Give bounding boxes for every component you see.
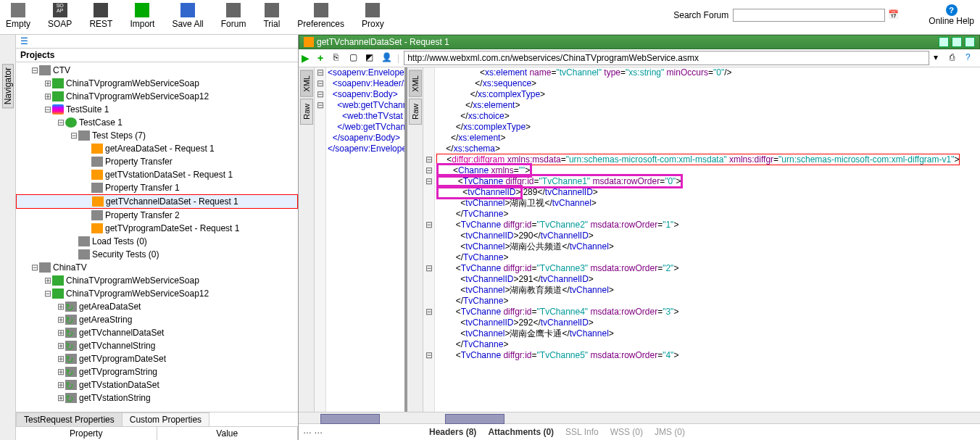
expand-icon[interactable]: ⊟	[30, 64, 39, 77]
tab-jms[interactable]: JMS (0)	[655, 427, 685, 437]
sheet-icon	[11, 3, 25, 17]
tree-item[interactable]: ⊞getTVchannelDataSet	[16, 326, 298, 339]
tool-button-3[interactable]: ◩	[365, 52, 377, 64]
tree-item[interactable]: ⊟TestSuite 1	[16, 103, 298, 116]
response-raw-tab[interactable]: Raw	[409, 99, 422, 125]
folder-icon	[39, 65, 51, 75]
expand-icon[interactable]: ⊟	[43, 287, 52, 300]
tree-item[interactable]: ⊞getTVstationString	[16, 391, 298, 404]
expand-icon[interactable]: ⊞	[43, 90, 52, 103]
tree-item-label: CTV	[53, 64, 70, 77]
rest-icon	[94, 3, 108, 17]
search-forum-area: Search Forum 📅	[673, 9, 900, 22]
run-button[interactable]: ▶	[302, 52, 313, 64]
tree-item[interactable]: ⊞getAreaString	[16, 313, 298, 326]
tree-item[interactable]: ⊞ChinaTVprogramWebServiceSoap	[16, 77, 298, 90]
search-input[interactable]	[733, 9, 885, 22]
help-button[interactable]: ?	[966, 52, 977, 64]
tree-item[interactable]: getTVchannelDataSet - Request 1	[16, 194, 298, 209]
tree-item[interactable]: getAreaDataSet - Request 1	[16, 142, 298, 155]
expand-icon[interactable]: ⊞	[43, 274, 52, 287]
window-maximize-button[interactable]	[952, 37, 962, 47]
request-hscrollbar[interactable]	[299, 412, 423, 423]
expand-icon[interactable]: ⊞	[57, 326, 65, 339]
tool-button-4[interactable]: 👤	[381, 52, 393, 64]
endpoint-dropdown[interactable]: ▾	[934, 52, 945, 64]
tree-item[interactable]: ⊟ChinaTV	[16, 261, 298, 274]
tree-item[interactable]: ⊞getTVstationDataSet	[16, 378, 298, 391]
forum-button[interactable]: Forum	[221, 3, 246, 29]
expand-icon[interactable]: ⊞	[57, 339, 65, 352]
expand-icon[interactable]: ⊞	[57, 313, 65, 326]
trial-button[interactable]: Trial	[263, 3, 280, 29]
tree-item[interactable]: Property Transfer	[16, 155, 298, 168]
tab-ssl-info[interactable]: SSL Info	[565, 427, 599, 437]
tool-button-2[interactable]: ▢	[349, 52, 361, 64]
tab-headers[interactable]: Headers (8)	[429, 427, 476, 437]
expand-icon[interactable]: ⊞	[57, 378, 65, 391]
tree-item[interactable]: Property Transfer 1	[16, 181, 298, 194]
tree-item-label: getAreaDataSet	[79, 300, 141, 313]
tab-attachments[interactable]: Attachments (0)	[488, 427, 554, 437]
tree-item[interactable]: ⊟CTV	[16, 64, 298, 77]
import-button[interactable]: Import	[130, 3, 154, 29]
tool-button-5[interactable]: ⎙	[950, 52, 961, 64]
expand-icon[interactable]: ⊟	[30, 261, 39, 274]
preferences-button[interactable]: Preferences	[297, 3, 344, 29]
empty-button[interactable]: Empty	[6, 3, 30, 29]
expand-icon[interactable]: ⊞	[43, 77, 52, 90]
save-all-button[interactable]: Save All	[172, 3, 203, 29]
endpoint-input[interactable]	[404, 51, 929, 65]
tree-item[interactable]: ⊞getTVprogramDateSet	[16, 352, 298, 365]
tree-item[interactable]: ⊞ChinaTVprogramWebServiceSoap	[16, 274, 298, 287]
tree-item[interactable]: ⊞getAreaDataSet	[16, 300, 298, 313]
tree-item-label: TestCase 1	[79, 116, 122, 129]
navigator-tab[interactable]: Navigator	[2, 64, 14, 108]
request-fold-gutter[interactable]: ⊟⊟⊟⊟	[315, 67, 326, 412]
request-xml-editor[interactable]: <soapenv:Envelope x <soapenv:Header/> <s…	[326, 67, 404, 412]
save-icon	[180, 3, 195, 17]
online-help-button[interactable]: ? Online Help	[929, 4, 974, 26]
rest-button[interactable]: REST	[89, 3, 112, 29]
expand-icon[interactable]: ⊟	[43, 103, 52, 116]
op-icon	[65, 380, 77, 390]
expand-icon[interactable]: ⊟	[70, 129, 78, 142]
tree-item[interactable]: getTVstationDataSet - Request 1	[16, 168, 298, 181]
tree-item[interactable]: Load Tests (0)	[16, 235, 298, 248]
tree-item[interactable]: ⊞getTVchannelString	[16, 339, 298, 352]
tool-button-1[interactable]: ⎘	[333, 52, 345, 64]
expand-icon[interactable]: ⊞	[57, 365, 65, 378]
expand-icon[interactable]: ⊞	[57, 391, 65, 404]
response-hscrollbar[interactable]	[423, 412, 980, 423]
add-button[interactable]: +	[317, 52, 329, 64]
expand-icon[interactable]: ⊞	[57, 300, 65, 313]
proxy-button[interactable]: Proxy	[362, 3, 384, 29]
calendar-icon[interactable]: 📅	[888, 9, 900, 21]
tree-options-icon[interactable]: ☰	[20, 36, 28, 46]
window-close-button[interactable]	[965, 37, 975, 47]
request-raw-tab[interactable]: Raw	[300, 99, 313, 125]
iface-icon	[52, 275, 64, 286]
tab-wss[interactable]: WSS (0)	[610, 427, 643, 437]
window-minimize-button[interactable]	[939, 37, 949, 47]
expand-icon[interactable]: ⊞	[57, 352, 65, 365]
soap-button[interactable]: SOAPSOAP	[48, 3, 72, 29]
tree-item[interactable]: ⊟ChinaTVprogramWebServiceSoap12	[16, 287, 298, 300]
tree-item[interactable]: getTVprogramDateSet - Request 1	[16, 222, 298, 235]
empty-label: Empty	[6, 19, 30, 29]
tab-testrequest-properties[interactable]: TestRequest Properties	[16, 412, 122, 426]
tree-item[interactable]: ⊞getTVprogramString	[16, 365, 298, 378]
tab-custom-properties[interactable]: Custom Properties	[122, 412, 209, 426]
tree-item[interactable]: Property Transfer 2	[16, 209, 298, 222]
response-fold-gutter[interactable]: ⊟⊟⊟⊟⊟⊟⊟	[423, 67, 435, 412]
project-tree[interactable]: ⊟CTV⊞ChinaTVprogramWebServiceSoap⊞ChinaT…	[16, 62, 298, 412]
tree-item[interactable]: ⊟TestCase 1	[16, 116, 298, 129]
tree-item[interactable]: ⊟Test Steps (7)	[16, 129, 298, 142]
expand-icon[interactable]: ⊟	[57, 116, 65, 129]
response-xml-viewer[interactable]: <xs:element name="tvChannel" type="xs:st…	[435, 67, 980, 412]
request-xml-tab[interactable]: XML	[300, 70, 313, 97]
response-xml-tab[interactable]: XML	[409, 70, 422, 97]
tree-item-label: TestSuite 1	[66, 103, 109, 116]
tree-item[interactable]: ⊞ChinaTVprogramWebServiceSoap12	[16, 90, 298, 103]
tree-item[interactable]: Security Tests (0)	[16, 248, 298, 261]
